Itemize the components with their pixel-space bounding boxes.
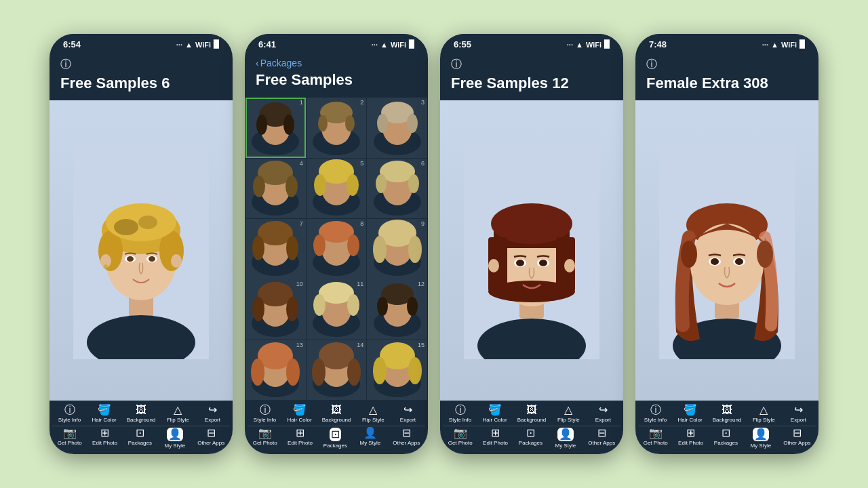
- svg-point-13: [149, 256, 155, 262]
- edit-photo-btn-3[interactable]: ⊞ Edit Photo: [483, 428, 508, 449]
- grid-cell-12[interactable]: 12: [367, 279, 427, 340]
- get-photo-btn-1[interactable]: 📷 Get Photo: [58, 428, 82, 449]
- back-link-2[interactable]: ‹ Packages: [256, 58, 417, 68]
- thumb-5: [309, 159, 363, 219]
- grid-cell-10[interactable]: 10: [245, 279, 306, 340]
- divider-3: [443, 426, 620, 426]
- phone-2: 6:41 ··· ▲ WiFi ▉ ‹ Packages Free Sample…: [245, 34, 428, 454]
- flip-style-btn-4[interactable]: △ Flip Style: [751, 405, 776, 423]
- get-photo-btn-4[interactable]: 📷 Get Photo: [644, 428, 668, 449]
- flip-style-btn-3[interactable]: △ Flip Style: [556, 405, 580, 423]
- style-info-btn-1[interactable]: ⓘ Style Info: [58, 405, 82, 423]
- grid-cell-3[interactable]: 3: [367, 98, 427, 158]
- svg-point-130: [711, 258, 719, 265]
- svg-point-115: [488, 281, 575, 302]
- background-btn-1[interactable]: 🖼 Background: [127, 405, 156, 423]
- svg-point-117: [516, 260, 524, 266]
- flip-style-btn-1[interactable]: △ Flip Style: [165, 405, 190, 423]
- my-style-btn-4[interactable]: 👤 My Style: [749, 428, 773, 449]
- svg-point-75: [252, 297, 264, 321]
- grid-cell-8[interactable]: 8: [307, 219, 367, 279]
- style-info-btn-2[interactable]: ⓘ Style Info: [253, 405, 277, 423]
- grid-cell-1[interactable]: 1: [245, 98, 306, 158]
- hair-color-btn-1[interactable]: 🪣 Hair Color: [92, 405, 117, 423]
- get-photo-btn-3[interactable]: 📷 Get Photo: [448, 428, 473, 449]
- other-apps-btn-4[interactable]: ⊟ Other Apps: [783, 428, 810, 449]
- svg-point-121: [564, 259, 575, 272]
- flip-style-btn-2[interactable]: △ Flip Style: [361, 405, 385, 423]
- style-info-btn-4[interactable]: ⓘ Style Info: [644, 405, 668, 423]
- toolbar-4: ⓘ Style Info 🪣 Hair Color 🖼 Background △…: [635, 401, 818, 454]
- svg-point-88: [407, 297, 418, 316]
- edit-photo-btn-1[interactable]: ⊞ Edit Photo: [92, 428, 117, 449]
- grid-cell-6[interactable]: 6: [367, 159, 427, 219]
- export-btn-4[interactable]: ↪ Export: [786, 405, 810, 423]
- grid-cell-11[interactable]: 11: [307, 279, 367, 340]
- svg-point-105: [373, 357, 387, 384]
- packages-btn-2[interactable]: ⊡ Packages: [323, 428, 347, 449]
- hair-color-btn-2[interactable]: 🪣 Hair Color: [288, 405, 312, 423]
- grid-cell-4[interactable]: 4: [245, 159, 306, 219]
- background-btn-3[interactable]: 🖼 Background: [517, 405, 547, 423]
- toolbar-row-top-2: ⓘ Style Info 🪣 Hair Color 🖼 Background △…: [248, 405, 425, 423]
- grid-cell-15[interactable]: 15: [367, 340, 427, 401]
- svg-point-64: [347, 235, 359, 256]
- svg-point-132: [735, 258, 743, 265]
- my-style-btn-2[interactable]: 👤 My Style: [358, 428, 382, 449]
- divider-2: [248, 426, 425, 426]
- status-icons-1: ··· ▲ WiFi ▉: [176, 40, 219, 49]
- get-photo-btn-2[interactable]: 📷 Get Photo: [253, 428, 277, 449]
- status-bar-1: 6:54 ··· ▲ WiFi ▉: [50, 34, 233, 52]
- grid-cell-2[interactable]: 2: [307, 98, 367, 158]
- other-apps-btn-2[interactable]: ⊟ Other Apps: [393, 428, 420, 449]
- grid-cell-7[interactable]: 7: [245, 219, 306, 279]
- my-style-btn-3[interactable]: 👤 My Style: [553, 428, 578, 449]
- svg-point-63: [313, 235, 326, 256]
- export-btn-1[interactable]: ↪ Export: [200, 405, 224, 423]
- grid-cell-9[interactable]: 9: [367, 219, 427, 279]
- phones-container: 6:54 ··· ▲ WiFi ▉ ⓘ Free Samples 6: [36, 20, 832, 468]
- svg-point-45: [314, 174, 326, 196]
- title-1: Free Samples 6: [60, 75, 222, 92]
- divider-1: [52, 426, 230, 426]
- packages-btn-1[interactable]: ⊡ Packages: [127, 428, 152, 449]
- svg-point-9: [138, 216, 157, 229]
- hairstyle-grid: 1 2: [245, 97, 428, 401]
- info-icon-1[interactable]: ⓘ: [60, 58, 222, 72]
- svg-point-46: [347, 174, 359, 196]
- info-icon-3[interactable]: ⓘ: [451, 58, 612, 72]
- thumb-8: [309, 219, 363, 279]
- export-btn-2[interactable]: ↪ Export: [395, 405, 420, 423]
- hair-color-btn-4[interactable]: 🪣 Hair Color: [678, 405, 703, 423]
- svg-point-34: [407, 114, 418, 133]
- background-btn-4[interactable]: 🖼 Background: [713, 405, 742, 423]
- thumb-10: [248, 279, 302, 340]
- grid-cell-13[interactable]: 13: [245, 340, 306, 401]
- svg-point-21: [256, 115, 267, 135]
- packages-btn-4[interactable]: ⊡ Packages: [713, 428, 738, 449]
- thumb-3: [370, 98, 425, 158]
- screen-2: ‹ Packages Free Samples 1: [245, 52, 428, 454]
- edit-photo-btn-4[interactable]: ⊞ Edit Photo: [678, 428, 703, 449]
- other-apps-btn-3[interactable]: ⊟ Other Apps: [588, 428, 615, 449]
- person-svg-4: [659, 142, 795, 359]
- export-btn-3[interactable]: ↪ Export: [591, 405, 615, 423]
- packages-btn-3[interactable]: ⊡ Packages: [518, 428, 542, 449]
- svg-point-28: [345, 115, 355, 131]
- header-1: ⓘ Free Samples 6: [50, 52, 233, 100]
- hair-color-btn-3[interactable]: 🪣 Hair Color: [483, 405, 507, 423]
- svg-point-39: [253, 176, 265, 197]
- time-3: 6:55: [454, 39, 471, 49]
- svg-point-16: [104, 264, 108, 268]
- style-info-btn-3[interactable]: ⓘ Style Info: [448, 405, 473, 423]
- time-4: 7:48: [649, 39, 667, 49]
- edit-photo-btn-2[interactable]: ⊞ Edit Photo: [288, 428, 313, 449]
- grid-cell-5[interactable]: 5: [307, 159, 367, 219]
- my-style-btn-1[interactable]: 👤 My Style: [163, 428, 187, 449]
- person-svg-3: [464, 142, 599, 359]
- grid-cell-14[interactable]: 14: [307, 340, 367, 401]
- info-icon-4[interactable]: ⓘ: [646, 58, 808, 72]
- time-1: 6:54: [63, 39, 81, 49]
- other-apps-btn-1[interactable]: ⊟ Other Apps: [197, 428, 224, 449]
- background-btn-2[interactable]: 🖼 Background: [322, 405, 351, 423]
